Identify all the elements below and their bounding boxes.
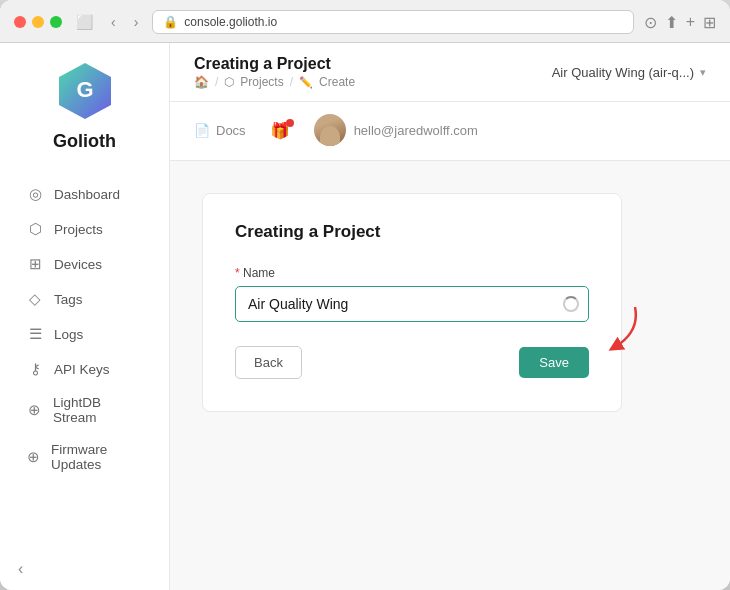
tab-docs[interactable]: 📄 Docs [194, 111, 246, 152]
sidebar-collapse-button[interactable]: ‹ [0, 548, 169, 590]
docs-label: Docs [216, 123, 246, 138]
form-actions: Back Save [235, 346, 589, 379]
breadcrumb: 🏠 / ⬡ Projects / ✏️ Create [194, 75, 355, 89]
page-title: Creating a Project [194, 55, 355, 73]
share-icon[interactable]: ⬆ [665, 13, 678, 32]
sidebar-item-label-tags: Tags [54, 292, 83, 307]
form-card: Creating a Project * Name Back [202, 193, 622, 412]
top-bar: Creating a Project 🏠 / ⬡ Projects / ✏️ C… [170, 43, 730, 102]
grid-icon[interactable]: ⊞ [703, 13, 716, 32]
sidebar-item-logs[interactable]: ☰ Logs [8, 317, 161, 351]
tags-icon: ◇ [26, 290, 44, 308]
sidebar-item-tags[interactable]: ◇ Tags [8, 282, 161, 316]
minimize-button[interactable] [32, 16, 44, 28]
close-button[interactable] [14, 16, 26, 28]
top-right-actions: Air Quality Wing (air-q...) ▾ [552, 65, 706, 80]
api-keys-icon: ⚷ [26, 360, 44, 378]
tab-gift[interactable]: 🎁 [270, 109, 290, 154]
tab-user[interactable]: hello@jaredwolff.com [314, 102, 478, 160]
loading-spinner-icon [563, 296, 579, 312]
collapse-icon: ‹ [18, 560, 23, 577]
traffic-lights [14, 16, 62, 28]
sidebar: G Golioth ◎ Dashboard ⬡ Projects ⊞ Devic… [0, 43, 170, 590]
sidebar-item-label-lightdb: LightDB Stream [53, 395, 143, 425]
edit-icon: ✏️ [299, 76, 313, 89]
devices-icon: ⊞ [26, 255, 44, 273]
projects-icon: ⬡ [26, 220, 44, 238]
name-input-wrapper [235, 286, 589, 322]
url-text: console.golioth.io [184, 15, 277, 29]
browser-window: ⬜ ‹ › 🔒 console.golioth.io ⊙ ⬆ + ⊞ [0, 0, 730, 590]
sidebar-item-api-keys[interactable]: ⚷ API Keys [8, 352, 161, 386]
nav-list: ◎ Dashboard ⬡ Projects ⊞ Devices ◇ Tags … [0, 168, 169, 548]
golioth-logo: G [53, 59, 117, 123]
sidebar-item-label-projects: Projects [54, 222, 103, 237]
sidebar-item-label-devices: Devices [54, 257, 102, 272]
workspace-label: Air Quality Wing (air-q...) [552, 65, 694, 80]
browser-chrome: ⬜ ‹ › 🔒 console.golioth.io ⊙ ⬆ + ⊞ [0, 0, 730, 43]
breadcrumb-create: Create [319, 75, 355, 89]
main-content: Creating a Project 🏠 / ⬡ Projects / ✏️ C… [170, 43, 730, 590]
user-email-label: hello@jaredwolff.com [354, 123, 478, 138]
notification-dot [286, 119, 294, 127]
docs-icon: 📄 [194, 123, 210, 138]
avatar [314, 114, 346, 146]
svg-text:G: G [76, 77, 93, 102]
back-button[interactable]: Back [235, 346, 302, 379]
page-title-area: Creating a Project 🏠 / ⬡ Projects / ✏️ C… [194, 55, 355, 89]
sidebar-item-label-api-keys: API Keys [54, 362, 110, 377]
sidebar-item-label-logs: Logs [54, 327, 83, 342]
dashboard-icon: ◎ [26, 185, 44, 203]
add-tab-icon[interactable]: + [686, 13, 695, 32]
projects-icon-small: ⬡ [224, 75, 234, 89]
arrow-annotation: Save [519, 347, 589, 378]
sidebar-item-firmware[interactable]: ⊕ Firmware Updates [8, 434, 161, 480]
workspace-chevron-icon: ▾ [700, 66, 706, 79]
breadcrumb-projects-link[interactable]: Projects [240, 75, 283, 89]
logo-area: G Golioth [0, 59, 169, 168]
form-card-title: Creating a Project [235, 222, 589, 242]
save-button[interactable]: Save [519, 347, 589, 378]
forward-button-browser[interactable]: › [130, 12, 143, 32]
logo-text: Golioth [53, 131, 116, 152]
logs-icon: ☰ [26, 325, 44, 343]
lightdb-icon: ⊕ [26, 401, 43, 419]
address-bar[interactable]: 🔒 console.golioth.io [152, 10, 633, 34]
nav-tabs: 📄 Docs 🎁 hello@jaredwolff.com [170, 102, 730, 161]
sidebar-toggle-browser[interactable]: ⬜ [72, 12, 97, 32]
red-arrow-annotation [585, 302, 641, 358]
page-area: Creating a Project * Name Back [170, 161, 730, 590]
back-button-browser[interactable]: ‹ [107, 12, 120, 32]
name-required-star: * [235, 266, 240, 280]
name-label: * Name [235, 266, 589, 280]
sidebar-item-label-dashboard: Dashboard [54, 187, 120, 202]
sidebar-item-lightdb[interactable]: ⊕ LightDB Stream [8, 387, 161, 433]
home-icon[interactable]: 🏠 [194, 75, 209, 89]
lock-icon: 🔒 [163, 15, 178, 29]
browser-actions: ⊙ ⬆ + ⊞ [644, 13, 716, 32]
sidebar-item-label-firmware: Firmware Updates [51, 442, 143, 472]
app-body: G Golioth ◎ Dashboard ⬡ Projects ⊞ Devic… [0, 43, 730, 590]
download-icon[interactable]: ⊙ [644, 13, 657, 32]
sidebar-item-projects[interactable]: ⬡ Projects [8, 212, 161, 246]
sidebar-item-dashboard[interactable]: ◎ Dashboard [8, 177, 161, 211]
sidebar-item-devices[interactable]: ⊞ Devices [8, 247, 161, 281]
name-form-group: * Name [235, 266, 589, 322]
name-input[interactable] [235, 286, 589, 322]
fullscreen-button[interactable] [50, 16, 62, 28]
workspace-selector[interactable]: Air Quality Wing (air-q...) ▾ [552, 65, 706, 80]
firmware-icon: ⊕ [26, 448, 41, 466]
